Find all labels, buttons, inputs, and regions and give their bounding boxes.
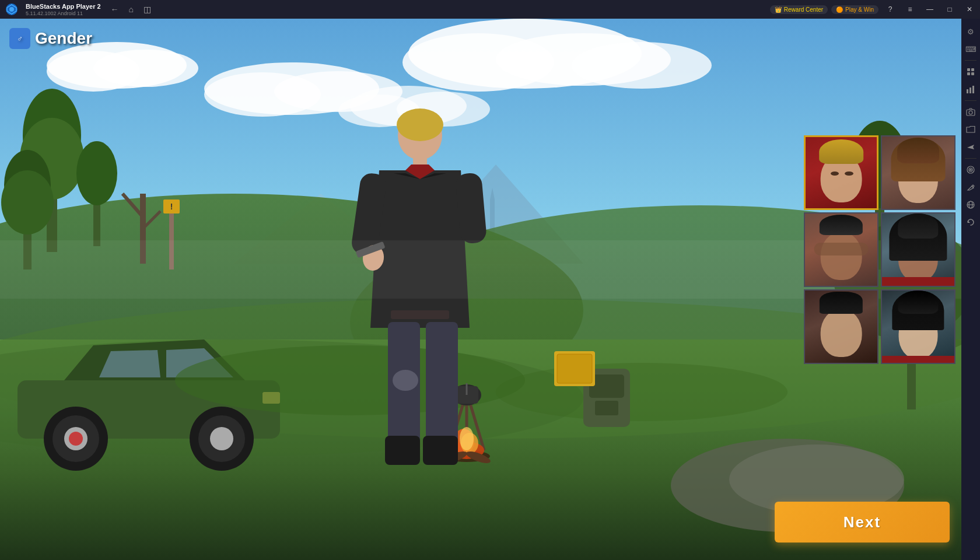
close-button[interactable]: ✕	[961, 3, 978, 16]
svg-point-90	[397, 108, 443, 141]
svg-point-21	[93, 50, 198, 87]
next-button[interactable]: Next	[775, 502, 950, 542]
svg-rect-101	[391, 310, 449, 319]
maximize-button[interactable]: □	[942, 3, 958, 16]
svg-rect-8	[970, 88, 971, 93]
svg-text:!: !	[170, 202, 173, 211]
svg-rect-86	[595, 401, 618, 415]
svg-point-68	[69, 432, 83, 446]
stats-icon[interactable]	[963, 82, 978, 97]
svg-point-14	[970, 169, 971, 170]
titlebar-right: 👑 Reward Center 🟠 Play & Win ? ≡ — □ ✕	[770, 3, 978, 16]
crown-icon: 👑	[775, 6, 782, 13]
svg-point-81	[460, 427, 474, 450]
sidebar-divider-1	[965, 60, 977, 61]
svg-point-70	[496, 363, 788, 421]
settings-icon[interactable]: ⚙	[963, 24, 978, 39]
keyboard-icon[interactable]: ⌨	[963, 41, 978, 57]
players-icon[interactable]	[963, 64, 978, 79]
camera-icon[interactable]	[963, 104, 978, 120]
menu-button[interactable]: ≡	[902, 3, 918, 16]
folder-icon[interactable]	[963, 122, 978, 137]
svg-point-66	[210, 427, 233, 450]
coin-icon: 🟠	[836, 6, 843, 13]
bookmark-button[interactable]: ◫	[141, 2, 155, 16]
svg-rect-6	[971, 72, 974, 75]
svg-rect-98	[385, 436, 420, 465]
character-card-4[interactable]	[881, 212, 956, 287]
reward-center-button[interactable]: 👑 Reward Center	[770, 5, 828, 14]
play-win-button[interactable]: 🟠 Play & Win	[831, 5, 878, 14]
svg-point-2	[9, 7, 14, 12]
svg-rect-9	[972, 86, 974, 93]
target-icon[interactable]	[963, 162, 978, 177]
svg-point-100	[393, 370, 418, 391]
plane-icon[interactable]	[963, 139, 978, 155]
svg-rect-88	[557, 354, 592, 383]
gender-label: ♂ Gender	[9, 28, 92, 49]
character-card-1[interactable]	[804, 135, 878, 210]
right-sidebar: ⚙ ⌨	[961, 19, 980, 560]
svg-rect-99	[423, 436, 458, 465]
gender-icon: ♂	[9, 28, 30, 49]
sidebar-divider-3	[965, 158, 977, 159]
app-version: 5.11.42.1002 Android 11	[26, 10, 101, 16]
refresh-icon[interactable]	[963, 215, 978, 230]
character-card-3[interactable]	[804, 212, 878, 287]
titlebar-nav: ← ⌂ ◫	[108, 2, 155, 16]
sidebar-divider-2	[965, 100, 977, 101]
character-card-6[interactable]	[881, 289, 956, 364]
svg-point-11	[969, 111, 972, 114]
svg-point-46	[1, 170, 54, 235]
help-button[interactable]: ?	[882, 3, 898, 16]
character-card-5[interactable]	[804, 289, 878, 364]
svg-rect-4	[971, 68, 974, 71]
game-area: !	[0, 19, 961, 560]
svg-text:♂: ♂	[17, 34, 23, 43]
svg-point-28	[572, 42, 712, 89]
svg-rect-97	[426, 322, 458, 444]
app-name: BlueStacks App Player 2	[26, 3, 101, 10]
app-logo	[2, 0, 21, 19]
titlebar: BlueStacks App Player 2 5.11.42.1002 And…	[0, 0, 980, 19]
svg-rect-7	[967, 89, 968, 93]
globe-icon[interactable]	[963, 197, 978, 212]
home-button[interactable]: ⌂	[124, 2, 138, 16]
back-button[interactable]: ←	[108, 2, 122, 16]
character-card-2[interactable]	[881, 135, 956, 210]
svg-rect-5	[967, 72, 970, 75]
character-grid	[804, 135, 956, 364]
minimize-button[interactable]: —	[922, 3, 938, 16]
svg-point-48	[76, 141, 117, 205]
svg-rect-3	[967, 68, 970, 71]
edit-icon[interactable]	[963, 180, 978, 195]
svg-point-69	[175, 345, 525, 415]
